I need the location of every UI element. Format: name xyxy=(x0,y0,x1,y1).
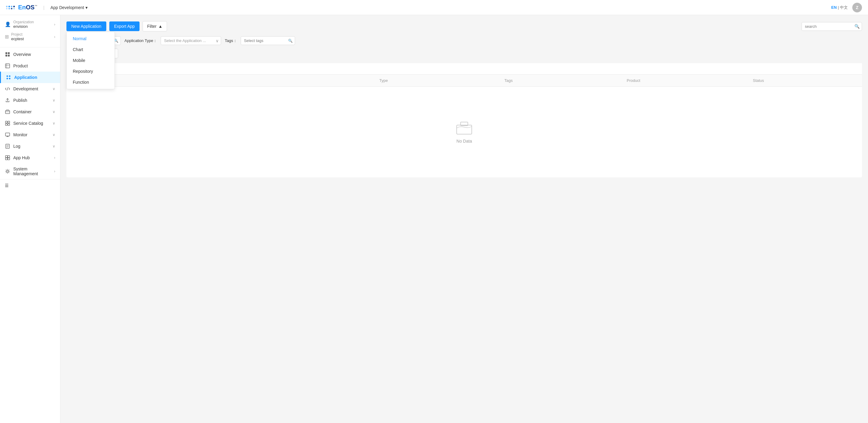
filter-button[interactable]: Filter ▲ xyxy=(143,21,167,31)
svg-line-11 xyxy=(7,87,8,90)
table-col-tags: Tags xyxy=(446,78,571,83)
avatar[interactable]: Z xyxy=(852,3,862,12)
dropdown-item-repository[interactable]: Repository xyxy=(67,66,115,77)
log-icon xyxy=(5,144,10,149)
content-inner: New Application Normal Chart Mobile Repo… xyxy=(60,15,868,183)
sidebar-item-overview[interactable]: Overview xyxy=(0,49,60,60)
svg-rect-16 xyxy=(8,121,10,123)
system-icon xyxy=(5,169,10,174)
svg-rect-3 xyxy=(8,55,10,57)
sidebar-item-log[interactable]: Log ∨ xyxy=(0,141,60,152)
sidebar-item-monitor[interactable]: Monitor ∨ xyxy=(0,129,60,141)
app-type-select[interactable]: Select the Application ... Normal Chart … xyxy=(161,36,221,45)
catalog-chevron-icon: ∨ xyxy=(53,121,55,125)
table-container: Type Tags Product Status xyxy=(66,74,862,177)
table-col-type: Type xyxy=(321,78,446,83)
tags-input[interactable] xyxy=(241,36,295,45)
sidebar-label-log: Log xyxy=(13,144,50,149)
project-label: Project xyxy=(11,32,24,36)
app-wrapper: EnOS™ | App Development ▾ EN | 中文 Z xyxy=(0,0,868,423)
dropdown-item-chart[interactable]: Chart xyxy=(67,44,115,55)
project-icon: ⊞ xyxy=(5,34,9,39)
sidebar-label-publish: Publish xyxy=(13,98,50,103)
filter-label: Filter xyxy=(147,24,156,29)
svg-point-9 xyxy=(7,78,8,80)
export-app-button[interactable]: Export App xyxy=(109,22,140,31)
svg-rect-12 xyxy=(5,111,10,114)
lang-zh[interactable]: 中文 xyxy=(840,5,848,10)
filter-chevron-icon: ▲ xyxy=(158,24,162,29)
hub-chevron-icon: › xyxy=(54,156,55,160)
chevron-down-icon: ∨ xyxy=(53,87,55,91)
tags-label: Tags： xyxy=(225,38,237,43)
top-bar: EnOS™ | App Development ▾ EN | 中文 Z xyxy=(0,0,868,15)
lang-en[interactable]: EN xyxy=(831,5,837,10)
new-application-button[interactable]: New Application xyxy=(66,22,106,31)
dropdown-item-normal[interactable]: Normal xyxy=(67,33,115,44)
grid-icon xyxy=(5,52,10,57)
app-dev-button[interactable]: App Development ▾ xyxy=(51,5,88,10)
menu-icon: ☰ xyxy=(5,183,9,188)
svg-rect-0 xyxy=(5,52,7,54)
content-area: New Application Normal Chart Mobile Repo… xyxy=(60,15,868,423)
svg-rect-17 xyxy=(5,124,7,125)
no-data-text: No Data xyxy=(456,139,472,144)
publish-icon xyxy=(5,98,10,103)
sidebar-label-product: Product xyxy=(13,63,55,68)
org-inner: 👤 Organization envision xyxy=(5,20,34,29)
table-col-actions xyxy=(821,78,857,83)
app-dev-label: App Development xyxy=(51,5,84,10)
svg-point-7 xyxy=(7,75,8,77)
container-icon xyxy=(5,109,10,115)
log-chevron-icon: ∨ xyxy=(53,144,55,148)
search-bar: 🔍 xyxy=(802,22,862,31)
app-icon xyxy=(6,74,11,80)
dev-icon xyxy=(5,86,10,92)
project-value: ecptest xyxy=(11,36,24,41)
tags-filter: 🔍 xyxy=(241,36,295,45)
lang-switcher[interactable]: EN | 中文 xyxy=(831,5,848,10)
project-item[interactable]: ⊞ Project ecptest › xyxy=(0,31,60,43)
system-chevron-icon: › xyxy=(54,169,55,174)
lang-sep: | xyxy=(838,5,839,10)
sidebar-item-development[interactable]: Development ∨ xyxy=(0,83,60,95)
new-app-menu: Normal Chart Mobile Repository Function xyxy=(66,32,115,89)
sidebar-item-product[interactable]: Product xyxy=(0,60,60,71)
svg-rect-18 xyxy=(8,124,10,125)
sidebar-item-app-hub[interactable]: App Hub › xyxy=(0,152,60,163)
logo-text: EnOS™ xyxy=(18,4,37,11)
action-buttons: Search Reset xyxy=(66,49,862,58)
svg-rect-27 xyxy=(8,156,10,158)
svg-rect-13 xyxy=(6,110,9,111)
sidebar-item-publish[interactable]: Publish ∨ xyxy=(0,95,60,106)
dropdown-item-mobile[interactable]: Mobile xyxy=(67,55,115,66)
search-input[interactable] xyxy=(802,22,862,31)
sidebar-divider xyxy=(0,47,60,48)
svg-rect-31 xyxy=(457,125,472,134)
sidebar-label-container: Container xyxy=(13,110,50,114)
svg-rect-15 xyxy=(5,121,7,123)
table-col-status: Status xyxy=(696,78,821,83)
sidebar-item-container[interactable]: Container ∨ xyxy=(0,106,60,118)
project-inner: ⊞ Project ecptest xyxy=(5,32,24,41)
org-item[interactable]: 👤 Organization envision › xyxy=(0,18,60,31)
project-chevron-icon: › xyxy=(54,35,55,39)
svg-rect-4 xyxy=(5,64,10,68)
dropdown-item-function[interactable]: Function xyxy=(67,77,115,88)
catalog-icon xyxy=(5,121,10,126)
sidebar-label-system-management: System Management xyxy=(13,167,51,176)
sidebar-label-monitor: Monitor xyxy=(13,132,50,137)
sidebar-bottom-btn[interactable]: ☰ xyxy=(0,179,60,191)
org-section: 👤 Organization envision › ⊞ Project ecpt… xyxy=(0,15,60,46)
no-data-icon xyxy=(455,121,473,135)
sidebar-item-application[interactable]: Application xyxy=(0,71,60,83)
table-body: No Data xyxy=(66,87,862,177)
sidebar-item-service-catalog[interactable]: Service Catalog ∨ xyxy=(0,118,60,129)
tags-search-icon: 🔍 xyxy=(288,39,293,43)
sidebar-item-system-management[interactable]: System Management › xyxy=(0,163,60,179)
tab-bar: All Applications xyxy=(66,63,862,74)
top-right: EN | 中文 Z xyxy=(831,3,862,12)
person-icon: 👤 xyxy=(5,22,11,27)
product-icon xyxy=(5,63,10,68)
table-col-product: Product xyxy=(571,78,696,83)
